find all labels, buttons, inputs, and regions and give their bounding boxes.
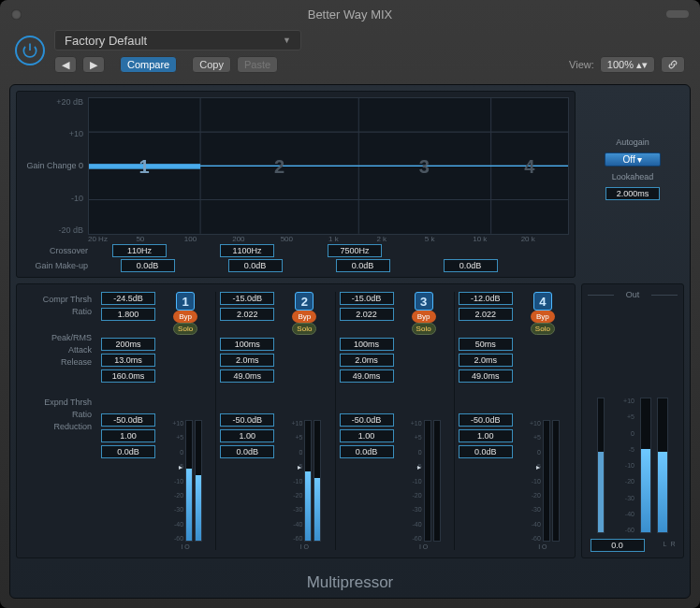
band-4-peakrms[interactable]: 50ms [459, 338, 513, 351]
band-3-release[interactable]: 49.0ms [340, 369, 394, 383]
row-labels: Compr Thrsh Ratio Peak/RMS Attack Releas… [19, 292, 97, 550]
next-button[interactable]: ▶ [82, 56, 105, 73]
chevron-down-icon: ▼ [283, 36, 291, 45]
solo-2[interactable]: Solo [292, 323, 316, 335]
meter-2: +10+50-5-10-20-30-40-60▸ [287, 339, 321, 542]
band-badge-4[interactable]: 4 [533, 292, 552, 311]
gainmakeup-4[interactable]: 0.0dB [444, 259, 498, 272]
gainmakeup-2[interactable]: 0.0dB [228, 259, 283, 272]
crossover-1[interactable]: 110Hz [112, 244, 167, 257]
prev-button[interactable]: ◀ [54, 56, 77, 73]
band-2-reduc[interactable]: 0.0dB [220, 445, 274, 458]
band-1-peakrms[interactable]: 200ms [101, 338, 155, 351]
band-2-ratio[interactable]: 2.022 [220, 308, 274, 321]
band-badge-1[interactable]: 1 [176, 292, 195, 311]
band-1-thrsh[interactable]: -24.5dB [101, 292, 155, 305]
band-3: -15.0dB2.022100ms2.0ms49.0ms-50.0dB1.000… [335, 292, 454, 550]
band-4-eratio[interactable]: 1.00 [459, 429, 513, 442]
crossover-2[interactable]: 1100Hz [220, 244, 274, 257]
autogain-select[interactable]: Off ▾ [605, 152, 661, 166]
crossover-3[interactable]: 7500Hz [328, 244, 382, 257]
band-badge-3[interactable]: 3 [415, 292, 433, 311]
crossover-label: Crossover [22, 246, 94, 255]
out-title: Out [588, 290, 678, 299]
bypass-2[interactable]: Byp [292, 311, 316, 323]
band-4-attack[interactable]: 2.0ms [459, 354, 513, 367]
lookahead-input[interactable]: 2.000ms [605, 187, 660, 200]
x-axis-labels: 20 Hz501002005001 k2 k5 k10 k20 k [88, 235, 569, 243]
plugin-body: +20 dB +10 Gain Change 0 -10 -20 dB 1 2 … [9, 84, 691, 599]
svg-text:2: 2 [274, 156, 284, 177]
band-2-peakrms[interactable]: 100ms [220, 338, 274, 351]
band-2-release[interactable]: 49.0ms [220, 369, 274, 383]
window-title: Better Way MIX [4, 7, 696, 22]
out-panel: Out +10+50-5-10-20-30-40-60 0.0 LR [581, 283, 684, 558]
band-1-reduc[interactable]: 0.0dB [101, 445, 155, 458]
paste-button[interactable]: Paste [237, 56, 278, 73]
bypass-1[interactable]: Byp [173, 311, 197, 323]
band-2-attack[interactable]: 2.0ms [220, 354, 274, 367]
out-value[interactable]: 0.0 [591, 539, 645, 552]
preset-label: Factory Default [65, 34, 147, 48]
side-panel: Autogain Off ▾ Lookahead 2.000ms [581, 91, 684, 278]
out-meter-l [640, 398, 651, 533]
lookahead-label: Lookahead [612, 172, 654, 181]
band-2-thrsh[interactable]: -15.0dB [220, 292, 274, 305]
copy-button[interactable]: Copy [192, 56, 231, 73]
out-fader[interactable] [597, 398, 605, 533]
band-3-peakrms[interactable]: 100ms [340, 338, 394, 351]
band-3-eratio[interactable]: 1.00 [340, 429, 394, 442]
plugin-window: Better Way MIX Factory Default ▼ ◀ ▶ Com… [0, 0, 700, 608]
bypass-4[interactable]: Byp [531, 311, 555, 323]
band-3-reduc[interactable]: 0.0dB [340, 445, 394, 458]
band-4-reduc[interactable]: 0.0dB [459, 445, 513, 458]
band-4-release[interactable]: 49.0ms [459, 369, 513, 383]
band-1-ethrsh[interactable]: -50.0dB [101, 413, 155, 427]
view-zoom[interactable]: 100% ▴▾ [600, 56, 655, 73]
band-2-eratio[interactable]: 1.00 [220, 429, 274, 442]
autogain-label: Autogain [616, 138, 649, 147]
band-3-ratio[interactable]: 2.022 [340, 308, 394, 321]
compare-button[interactable]: Compare [120, 56, 177, 73]
bypass-3[interactable]: Byp [412, 311, 436, 323]
minimize-icon[interactable] [666, 10, 689, 18]
meter-1: +10+50-5-10-20-30-40-60▸ [168, 339, 202, 542]
band-2-ethrsh[interactable]: -50.0dB [220, 413, 274, 427]
svg-text:1: 1 [139, 156, 149, 177]
titlebar: Better Way MIX [4, 4, 696, 24]
bands-panel: Compr Thrsh Ratio Peak/RMS Attack Releas… [16, 283, 576, 558]
band-badge-2[interactable]: 2 [295, 292, 314, 311]
solo-3[interactable]: Solo [412, 323, 436, 335]
band-2: -15.0dB2.022100ms2.0ms49.0ms-50.0dB1.000… [215, 292, 334, 550]
band-4-ethrsh[interactable]: -50.0dB [459, 413, 513, 427]
band-3-ethrsh[interactable]: -50.0dB [340, 413, 394, 427]
band-4-ratio[interactable]: 2.022 [459, 308, 513, 321]
view-label: View: [569, 59, 594, 70]
preset-select[interactable]: Factory Default ▼ [54, 30, 301, 51]
gainmakeup-3[interactable]: 0.0dB [336, 259, 390, 272]
solo-4[interactable]: Solo [531, 323, 555, 335]
power-button[interactable] [15, 36, 45, 65]
toolbar: Factory Default ▼ ◀ ▶ Compare Copy Paste… [4, 24, 696, 84]
band-1-attack[interactable]: 13.0ms [101, 354, 155, 367]
link-button[interactable] [661, 56, 685, 73]
band-1-ratio[interactable]: 1.800 [101, 308, 155, 321]
band-1-release[interactable]: 160.0ms [101, 369, 155, 383]
band-1: -24.5dB1.800200ms13.0ms160.0ms-50.0dB1.0… [97, 292, 215, 550]
band-1-eratio[interactable]: 1.00 [101, 429, 155, 442]
graph-panel: +20 dB +10 Gain Change 0 -10 -20 dB 1 2 … [16, 91, 576, 278]
svg-text:4: 4 [524, 156, 535, 177]
gain-makeup-label: Gain Make-up [22, 261, 94, 270]
band-3-attack[interactable]: 2.0ms [340, 354, 394, 367]
svg-text:3: 3 [419, 156, 430, 177]
gainmakeup-1[interactable]: 0.0dB [121, 259, 175, 272]
plugin-name: Multipressor [16, 564, 684, 592]
gain-curve-graph[interactable]: 1 2 3 4 [88, 97, 569, 235]
close-icon[interactable] [11, 9, 22, 20]
band-3-thrsh[interactable]: -15.0dB [340, 292, 394, 305]
meter-3: +10+50-5-10-20-30-40-60▸ [407, 339, 441, 542]
band-4-thrsh[interactable]: -12.0dB [459, 292, 513, 305]
out-meter-r [657, 398, 668, 533]
band-4: -12.0dB2.02250ms2.0ms49.0ms-50.0dB1.000.… [454, 292, 573, 550]
solo-1[interactable]: Solo [173, 323, 197, 335]
